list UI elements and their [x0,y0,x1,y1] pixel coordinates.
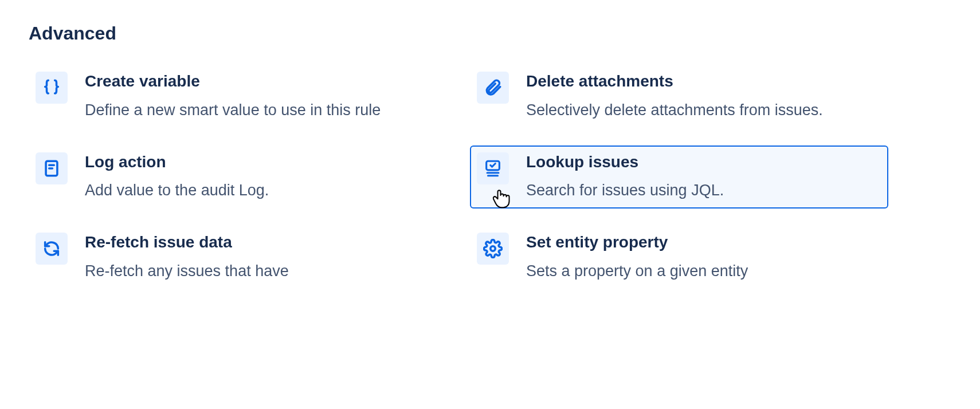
card-title: Log action [85,152,436,172]
card-set-entity-property[interactable]: Set entity property Sets a property on a… [470,226,888,289]
stacked-check-icon [477,152,509,184]
card-desc: Search for issues using JQL. [526,179,877,202]
paperclip-icon [477,72,509,104]
card-title: Set entity property [526,233,877,252]
action-grid: Create variable Define a new smart value… [29,65,888,289]
card-log-action[interactable]: Log action Add value to the audit Log. [29,145,447,209]
card-title: Create variable [85,72,436,91]
card-title: Re-fetch issue data [85,233,436,252]
card-delete-attachments[interactable]: Delete attachments Selectively delete at… [470,65,888,128]
card-desc: Sets a property on a given entity [526,260,877,282]
document-icon [36,152,68,184]
card-title: Delete attachments [526,72,877,91]
card-desc: Add value to the audit Log. [85,179,436,202]
card-desc: Re-fetch any issues that have [85,260,436,282]
refresh-icon [36,233,68,265]
section-heading: Advanced [29,23,951,44]
braces-icon [36,72,68,104]
card-title: Lookup issues [526,152,877,172]
svg-point-6 [491,246,496,251]
card-lookup-issues[interactable]: Lookup issues Search for issues using JQ… [470,145,888,209]
card-desc: Selectively delete attachments from issu… [526,99,877,121]
card-create-variable[interactable]: Create variable Define a new smart value… [29,65,447,128]
card-desc: Define a new smart value to use in this … [85,99,436,121]
gear-icon [477,233,509,265]
cursor-pointer-icon [491,187,513,210]
card-refetch-issue-data[interactable]: Re-fetch issue data Re-fetch any issues … [29,226,447,289]
